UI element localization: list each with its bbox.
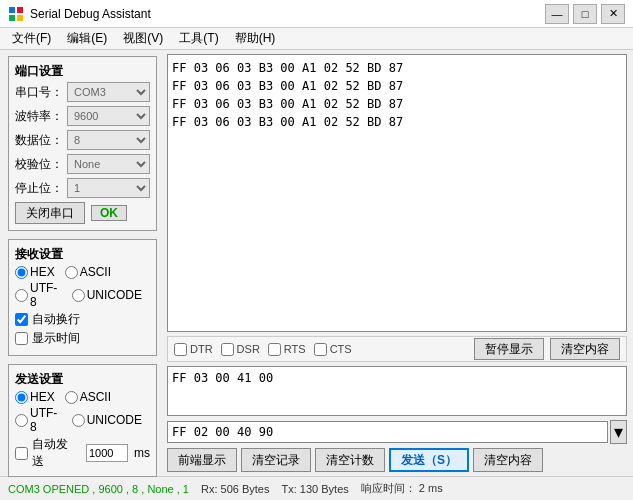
auto-send-interval[interactable]: 1000 bbox=[86, 444, 128, 462]
recv-ascii-label: ASCII bbox=[80, 265, 111, 279]
recv-hex-label: HEX bbox=[30, 265, 55, 279]
receive-area[interactable]: FF 03 06 03 B3 00 A1 02 52 BD 87FF 03 06… bbox=[167, 54, 627, 332]
show-time-row: 显示时间 bbox=[15, 330, 150, 347]
send-unicode-label: UNICODE bbox=[87, 413, 142, 427]
send-hex-label: HEX bbox=[30, 390, 55, 404]
tx-label: Tx: bbox=[281, 483, 296, 495]
send-dropdown-icon[interactable]: ▾ bbox=[610, 420, 627, 444]
rts-group: RTS bbox=[268, 343, 306, 356]
send-settings-group: 发送设置 HEX ASCII UTF-8 UNICODE 自动发送 1000 m… bbox=[8, 364, 157, 477]
menu-edit[interactable]: 编辑(E) bbox=[59, 29, 115, 48]
clear-content-button-bottom[interactable]: 清空内容 bbox=[473, 448, 543, 472]
dtr-group: DTR bbox=[174, 343, 213, 356]
parity-select[interactable]: None bbox=[67, 154, 150, 174]
send-button[interactable]: 发送（S） bbox=[389, 448, 469, 472]
send-settings-title: 发送设置 bbox=[15, 371, 150, 388]
recv-utf8-radio[interactable] bbox=[15, 289, 28, 302]
auto-wrap-checkbox[interactable] bbox=[15, 313, 28, 326]
recv-ascii-radio[interactable] bbox=[65, 266, 78, 279]
cts-checkbox[interactable] bbox=[314, 343, 327, 356]
signal-buttons: 暂停显示 清空内容 bbox=[474, 338, 620, 360]
small-recv-text: FF 03 00 41 00 bbox=[172, 371, 273, 385]
send-utf8-label: UTF-8 bbox=[30, 406, 62, 434]
cts-group: CTS bbox=[314, 343, 352, 356]
data-bits-select[interactable]: 8 bbox=[67, 130, 150, 150]
send-ascii-radio[interactable] bbox=[65, 391, 78, 404]
auto-wrap-row: 自动换行 bbox=[15, 311, 150, 328]
auto-wrap-label: 自动换行 bbox=[32, 311, 80, 328]
baud-label: 波特率： bbox=[15, 108, 67, 125]
port-label: 串口号： bbox=[15, 84, 67, 101]
port-select[interactable]: COM3 bbox=[67, 82, 150, 102]
dtr-label: DTR bbox=[190, 343, 213, 355]
send-input[interactable] bbox=[167, 421, 608, 443]
app-icon bbox=[8, 6, 24, 22]
clear-count-button[interactable]: 清空计数 bbox=[315, 448, 385, 472]
menu-tools[interactable]: 工具(T) bbox=[171, 29, 226, 48]
menu-help[interactable]: 帮助(H) bbox=[227, 29, 284, 48]
recv-hex-radio[interactable] bbox=[15, 266, 28, 279]
baud-row: 波特率： 9600 bbox=[15, 106, 150, 126]
send-format-row2: UTF-8 UNICODE bbox=[15, 406, 150, 434]
recv-unicode-label: UNICODE bbox=[87, 288, 142, 302]
data-bits-row: 数据位： 8 bbox=[15, 130, 150, 150]
dsr-group: DSR bbox=[221, 343, 260, 356]
send-utf8-radio[interactable] bbox=[15, 414, 28, 427]
recv-unicode-radio[interactable] bbox=[72, 289, 85, 302]
data-bits-label: 数据位： bbox=[15, 132, 67, 149]
show-time-label: 显示时间 bbox=[32, 330, 80, 347]
port-status: COM3 OPENED , 9600 , 8 , None , 1 bbox=[8, 483, 189, 495]
stop-bits-label: 停止位： bbox=[15, 180, 67, 197]
menu-bar: 文件(F) 编辑(E) 视图(V) 工具(T) 帮助(H) bbox=[0, 28, 633, 50]
response-unit: ms bbox=[428, 482, 443, 494]
dsr-checkbox[interactable] bbox=[221, 343, 234, 356]
signal-bar: DTR DSR RTS CTS 暂停显示 清空内容 bbox=[167, 336, 627, 362]
svg-rect-0 bbox=[9, 7, 15, 13]
rts-checkbox[interactable] bbox=[268, 343, 281, 356]
send-ascii-label: ASCII bbox=[80, 390, 111, 404]
clear-content-button-top[interactable]: 清空内容 bbox=[550, 338, 620, 360]
close-port-button[interactable]: 关闭串口 bbox=[15, 202, 85, 224]
baud-select[interactable]: 9600 bbox=[67, 106, 150, 126]
small-receive-area[interactable]: FF 03 00 41 00 bbox=[167, 366, 627, 416]
show-time-checkbox[interactable] bbox=[15, 332, 28, 345]
svg-rect-3 bbox=[17, 15, 23, 21]
recv-utf8-label: UTF-8 bbox=[30, 281, 62, 309]
port-row: 串口号： COM3 bbox=[15, 82, 150, 102]
prefix-display-button[interactable]: 前端显示 bbox=[167, 448, 237, 472]
send-format-row1: HEX ASCII bbox=[15, 390, 150, 404]
svg-rect-1 bbox=[17, 7, 23, 13]
dtr-checkbox[interactable] bbox=[174, 343, 187, 356]
auto-send-checkbox[interactable] bbox=[15, 447, 28, 460]
main-content: 端口设置 串口号： COM3 波特率： 9600 数据位： 8 校验位 bbox=[0, 50, 633, 476]
send-hex-radio[interactable] bbox=[15, 391, 28, 404]
title-bar: Serial Debug Assistant — □ ✕ bbox=[0, 0, 633, 28]
tx-value: 130 bbox=[300, 483, 318, 495]
rx-status: Rx: 506 Bytes bbox=[201, 483, 270, 495]
maximize-button[interactable]: □ bbox=[573, 4, 597, 24]
recv-format-row2: UTF-8 UNICODE bbox=[15, 281, 150, 309]
port-settings-group: 端口设置 串口号： COM3 波特率： 9600 数据位： 8 校验位 bbox=[8, 56, 157, 231]
response-value: 2 bbox=[419, 482, 425, 494]
send-unicode-radio[interactable] bbox=[72, 414, 85, 427]
window-title: Serial Debug Assistant bbox=[30, 7, 545, 21]
auto-send-label: 自动发送 bbox=[32, 436, 78, 470]
stop-bits-select[interactable]: 1 bbox=[67, 178, 150, 198]
right-panel: FF 03 06 03 B3 00 A1 02 52 BD 87FF 03 06… bbox=[165, 50, 633, 476]
pause-display-button[interactable]: 暂停显示 bbox=[474, 338, 544, 360]
menu-file[interactable]: 文件(F) bbox=[4, 29, 59, 48]
rts-label: RTS bbox=[284, 343, 306, 355]
port-settings-title: 端口设置 bbox=[15, 63, 150, 80]
svg-rect-2 bbox=[9, 15, 15, 21]
window-controls: — □ ✕ bbox=[545, 4, 625, 24]
clear-log-button[interactable]: 清空记录 bbox=[241, 448, 311, 472]
minimize-button[interactable]: — bbox=[545, 4, 569, 24]
menu-view[interactable]: 视图(V) bbox=[115, 29, 171, 48]
rx-value: 506 bbox=[221, 483, 239, 495]
response-label: 响应时间： bbox=[361, 482, 416, 494]
left-panel: 端口设置 串口号： COM3 波特率： 9600 数据位： 8 校验位 bbox=[0, 50, 165, 476]
recv-settings-title: 接收设置 bbox=[15, 246, 150, 263]
close-button[interactable]: ✕ bbox=[601, 4, 625, 24]
rx-unit: Bytes bbox=[242, 483, 270, 495]
response-status: 响应时间： 2 ms bbox=[361, 481, 443, 496]
